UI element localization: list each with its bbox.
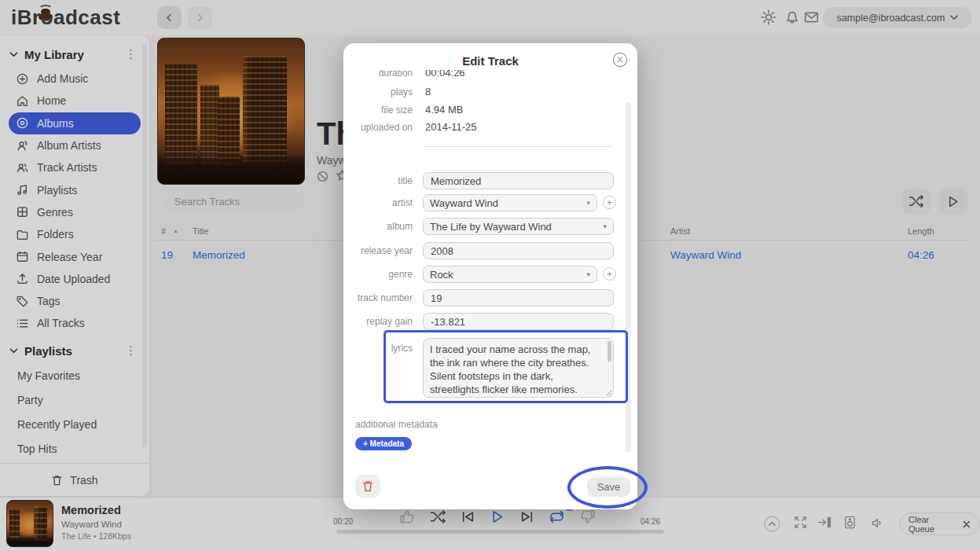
genre-field-label: genre [343,269,413,280]
select-caret-icon: ▾ [586,199,590,207]
file-size-value: 4.94 MB [425,104,463,116]
lyrics-field: I traced your name across the map, the i… [423,338,614,398]
track-number-input[interactable] [423,289,614,307]
duration-label: duration [343,70,413,79]
title-field-label: title [343,175,413,186]
modal-scroll-area: duration 00:04:26 plays 8 file size 4.94… [343,70,637,460]
edit-track-modal: Edit Track duration 00:04:26 plays 8 fil… [343,43,637,509]
artist-field-label: artist [343,197,413,208]
select-caret-icon: ▾ [603,222,607,230]
uploaded-on-value: 2014-11-25 [425,121,477,133]
track-number-field-label: track number [343,292,413,303]
plays-value: 8 [425,86,431,97]
replay-gain-field-label: replay gain [343,316,413,327]
modal-close-button[interactable] [611,51,629,68]
lyrics-field-label: lyrics [343,343,413,354]
resize-handle-icon[interactable] [606,390,612,396]
release-year-input[interactable] [423,242,614,259]
add-metadata-button[interactable]: + Metadata [355,437,412,450]
add-genre-button[interactable]: + [603,267,616,281]
add-artist-button[interactable]: + [603,196,616,209]
plays-label: plays [343,86,413,97]
close-circle-icon [611,51,629,68]
lyrics-textarea[interactable]: I traced your name across the map, the i… [423,338,614,398]
genre-select-value: Rock [430,269,453,281]
file-size-label: file size [343,105,413,116]
album-select[interactable]: The Life by Wayward Wind ▾ [423,218,614,235]
album-field-label: album [343,221,413,232]
trash-icon [362,479,374,493]
uploaded-on-label: uploaded on [343,122,413,133]
additional-metadata-label: additional metadata [355,419,438,430]
modal-scrollbar[interactable] [626,102,631,452]
title-input[interactable] [423,172,614,189]
delete-track-button[interactable] [355,475,380,498]
album-select-value: The Life by Wayward Wind [430,221,552,233]
artist-select-value: Wayward Wind [430,197,498,209]
modal-divider [423,146,614,147]
genre-select[interactable]: Rock ▾ [423,266,597,283]
artist-select[interactable]: Wayward Wind ▾ [423,194,597,211]
textarea-scrollbar[interactable] [607,341,611,362]
duration-value: 00:04:26 [425,70,465,79]
save-button[interactable]: Save [587,477,630,497]
release-year-field-label: release year [343,245,413,256]
modal-title: Edit Track [343,54,637,68]
replay-gain-input[interactable] [423,313,614,330]
select-caret-icon: ▾ [586,270,590,278]
